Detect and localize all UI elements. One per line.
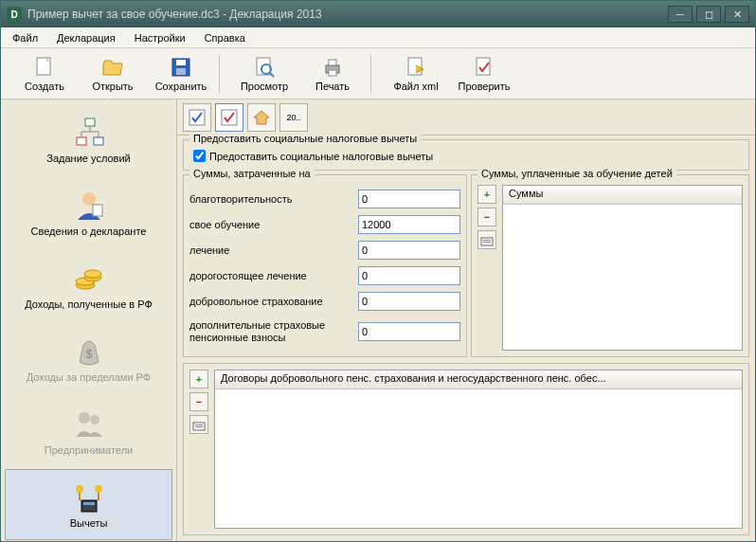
- twenty-icon: 20..: [286, 113, 300, 122]
- remove-button[interactable]: −: [477, 208, 496, 226]
- children-mini-toolbar: + −: [477, 185, 498, 351]
- menu-settings[interactable]: Настройки: [131, 30, 189, 45]
- save-button[interactable]: Сохранить: [147, 50, 215, 98]
- svg-rect-13: [77, 137, 86, 145]
- social-group: Предоставить социальные налоговые вычеты…: [183, 139, 749, 171]
- sidebar-item-conditions[interactable]: Задание условий: [5, 104, 172, 175]
- body-area: Задание условий Сведения о декларанте До…: [1, 99, 755, 541]
- titlebar: D Пример вычет за свое обучение.dc3 - Де…: [1, 1, 755, 27]
- sidebar-item-declarant[interactable]: Сведения о декларанте: [5, 177, 172, 248]
- svg-rect-3: [176, 68, 186, 75]
- contracts-list-header: Договоры добровольного пенс. страхования…: [215, 370, 742, 389]
- close-button[interactable]: ✕: [725, 6, 749, 23]
- sidebar-deductions-label: Вычеты: [66, 517, 112, 529]
- own-edu-label: свое обучение: [189, 219, 358, 230]
- window-title: Пример вычет за свое обучение.dc3 - Декл…: [27, 8, 668, 21]
- svg-point-15: [82, 192, 96, 206]
- sidebar: Задание условий Сведения о декларанте До…: [1, 99, 177, 541]
- charity-label: благотворительность: [189, 193, 358, 205]
- sidebar-item-income-out: $ Доходы за пределами РФ: [5, 323, 172, 394]
- page-btn-standard[interactable]: [183, 103, 211, 132]
- children-sums-list[interactable]: Суммы: [502, 185, 743, 351]
- toolbar-separator: [370, 55, 378, 93]
- sidebar-income-out-label: Доходы за пределами РФ: [23, 371, 154, 383]
- sidebar-item-entrepreneurs: Предприниматели: [5, 396, 172, 467]
- remove-contract-button[interactable]: −: [189, 392, 208, 411]
- page-btn-social[interactable]: [215, 103, 243, 132]
- social-group-legend: Предоставить социальные налоговые вычеты: [189, 133, 421, 144]
- menubar: Файл Декларация Настройки Справка: [1, 27, 755, 48]
- sidebar-item-income-rf[interactable]: Доходы, полученные в РФ: [5, 250, 172, 321]
- menu-help[interactable]: Справка: [201, 30, 249, 45]
- sidebar-declarant-label: Сведения о декларанте: [27, 226, 151, 237]
- form-area: Суммы, затраченные на благотворительност…: [177, 172, 755, 359]
- svg-rect-26: [81, 500, 97, 512]
- svg-rect-34: [195, 425, 203, 425]
- check-label: Проверить: [458, 81, 510, 92]
- contracts-list[interactable]: Договоры добровольного пенс. страхования…: [214, 370, 743, 529]
- edit-button[interactable]: [477, 230, 496, 249]
- create-button[interactable]: Создать: [10, 50, 79, 98]
- exp-treatment-input[interactable]: [358, 266, 460, 285]
- pension-label: дополнительные страховые пенсионные взно…: [189, 319, 358, 344]
- svg-point-22: [79, 412, 90, 424]
- svg-rect-8: [329, 60, 336, 65]
- sidebar-item-deductions[interactable]: Вычеты: [5, 469, 172, 540]
- contracts-panel: + − Договоры добровольного пенс. страхов…: [183, 363, 749, 535]
- open-label: Открыть: [92, 81, 133, 92]
- insurance-label: добровольное страхование: [189, 296, 358, 307]
- treatment-input[interactable]: [358, 241, 460, 260]
- printer-icon: [321, 56, 344, 79]
- svg-point-20: [84, 270, 101, 278]
- preview-button[interactable]: Просмотр: [230, 50, 298, 98]
- xml-label: Файл xml: [393, 81, 438, 92]
- page-toolbar: 20..: [177, 99, 755, 136]
- minimize-button[interactable]: ─: [668, 6, 693, 23]
- svg-rect-16: [93, 205, 102, 216]
- children-edu-legend: Суммы, уплаченные за обучение детей: [477, 168, 676, 179]
- xml-button[interactable]: Файл xml: [382, 50, 450, 98]
- tree-icon: [72, 117, 106, 149]
- insurance-input[interactable]: [358, 292, 460, 311]
- toolbar-separator: [219, 55, 226, 93]
- children-list-header: Суммы: [503, 186, 742, 205]
- charity-input[interactable]: [358, 190, 460, 208]
- maximize-button[interactable]: ◻: [696, 6, 721, 23]
- check-page-icon: [473, 56, 495, 79]
- sums-spent-group: Суммы, затраченные на благотворительност…: [183, 174, 467, 357]
- own-edu-input[interactable]: [358, 215, 460, 234]
- provide-social-checkbox[interactable]: [193, 150, 206, 162]
- svg-rect-10: [408, 58, 422, 75]
- provide-social-label: Предоставить социальные налоговые вычеты: [209, 151, 433, 162]
- exp-treatment-label: дорогостоящее лечение: [189, 270, 358, 281]
- print-label: Печать: [315, 81, 350, 92]
- svg-rect-2: [176, 60, 186, 65]
- svg-point-25: [95, 485, 102, 493]
- check-button[interactable]: Проверить: [450, 50, 518, 98]
- folder-open-icon: [101, 56, 124, 79]
- add-button[interactable]: +: [477, 185, 496, 204]
- menu-file[interactable]: Файл: [9, 30, 42, 45]
- svg-rect-27: [83, 502, 95, 505]
- sidebar-income-rf-label: Доходы, полученные в РФ: [21, 298, 156, 310]
- svg-line-6: [270, 73, 274, 77]
- print-button[interactable]: Печать: [298, 50, 367, 98]
- svg-point-23: [90, 415, 99, 425]
- people-icon: [72, 408, 106, 441]
- sums-spent-legend: Суммы, затраченные на: [189, 168, 315, 179]
- svg-rect-31: [483, 240, 491, 241]
- abacus-icon: [72, 481, 106, 514]
- treatment-label: лечение: [189, 244, 358, 256]
- page-btn-property[interactable]: [247, 103, 276, 132]
- page-btn-losses[interactable]: 20..: [279, 103, 308, 132]
- sidebar-conditions-label: Задание условий: [43, 153, 134, 164]
- open-button[interactable]: Открыть: [79, 50, 147, 98]
- edit-contract-button[interactable]: [189, 415, 208, 434]
- pension-input[interactable]: [358, 322, 460, 341]
- svg-rect-11: [477, 58, 490, 75]
- menu-declaration[interactable]: Декларация: [53, 30, 119, 45]
- bag-icon: $: [72, 335, 106, 368]
- app-icon: D: [7, 7, 22, 22]
- add-contract-button[interactable]: +: [189, 370, 208, 388]
- main-toolbar: Создать Открыть Сохранить Просмотр Печат…: [1, 48, 755, 99]
